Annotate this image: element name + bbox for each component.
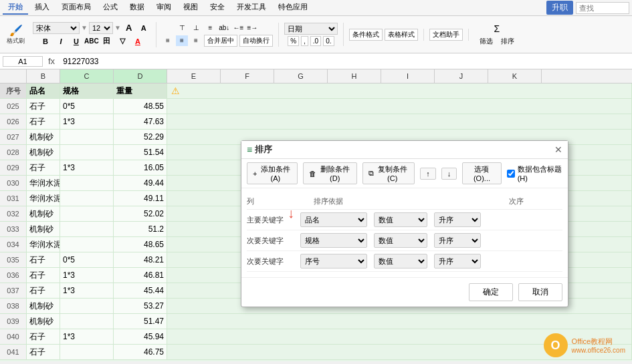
tab-view[interactable]: 视图 <box>178 1 203 15</box>
tab-data[interactable]: 数据 <box>124 1 150 15</box>
col-header-g[interactable]: G <box>274 69 328 83</box>
cell-c[interactable]: 1*3 <box>60 160 114 175</box>
sort-dialog-close-btn[interactable]: ✕ <box>554 144 562 155</box>
formula-input[interactable] <box>60 56 629 67</box>
col-header-j[interactable]: J <box>435 69 488 83</box>
cell-b[interactable]: 石子 <box>27 283 60 298</box>
cell-b[interactable]: 机制砂 <box>27 130 60 144</box>
font-size-select[interactable]: 12 <box>89 22 113 34</box>
cell-c[interactable]: 1*3 <box>60 114 114 129</box>
cell-d[interactable]: 16.05 <box>114 160 167 175</box>
header-checkbox[interactable] <box>507 170 515 178</box>
auto-wrap-btn[interactable]: 自动换行 <box>239 35 273 47</box>
decrease-decimal-btn[interactable]: 0. <box>323 36 334 46</box>
pct-btn[interactable]: % <box>288 36 299 46</box>
cell-d[interactable]: 46.75 <box>114 345 167 359</box>
align-top-btn[interactable]: ⊤ <box>176 23 188 33</box>
comma-btn[interactable]: , <box>301 36 308 46</box>
cell-d[interactable]: 47.63 <box>114 114 167 129</box>
cell-b[interactable]: 机制砂 <box>27 206 60 221</box>
cell-b[interactable]: 华润水泥 <box>27 237 60 252</box>
cell-b[interactable]: 机制砂 <box>27 145 60 160</box>
cond-format-btn[interactable]: 条件格式 <box>349 29 383 41</box>
font-name-select[interactable]: 宋体 <box>33 22 80 34</box>
cell-d[interactable]: 52.29 <box>114 130 167 144</box>
dialog-ok-btn[interactable]: 确定 <box>469 283 513 301</box>
sort-dialog[interactable]: ≡ 排序 ✕ + 添加条件(A) 🗑 删除条件(D) ⧉ 复制条件(C) ↑ ↓… <box>241 140 568 307</box>
italic-btn[interactable]: I <box>54 35 68 47</box>
tab-special[interactable]: 特色应用 <box>273 1 313 15</box>
number-format-select[interactable]: 日期 <box>284 23 338 35</box>
sort-row-2-order-select[interactable]: 升序 <box>434 254 481 268</box>
cell-b[interactable]: 机制砂 <box>27 299 60 313</box>
align-right-btn[interactable]: ≡ <box>190 35 202 46</box>
cell-c[interactable] <box>60 176 114 190</box>
table-style-btn[interactable]: 表格样式 <box>385 29 418 41</box>
sort-row-2-col-select[interactable]: 序号 <box>300 254 367 268</box>
search-input[interactable] <box>576 2 629 14</box>
copy-condition-btn[interactable]: ⧉ 复制条件(C) <box>362 162 415 184</box>
increase-font-btn[interactable]: A <box>122 22 136 34</box>
cell-b[interactable]: 机制砂 <box>27 222 60 236</box>
strikethrough-btn[interactable]: ABC <box>85 35 98 47</box>
col-header-i[interactable]: I <box>381 69 435 83</box>
tab-formula[interactable]: 公式 <box>98 1 123 15</box>
indent-increase-btn[interactable]: ≡→ <box>246 23 258 33</box>
tab-insert[interactable]: 插入 <box>29 1 55 15</box>
cell-ref-input[interactable] <box>3 56 43 67</box>
sort-row-1-basis-select[interactable]: 数值 <box>374 233 427 248</box>
cell-c[interactable] <box>60 299 114 313</box>
col-header-f[interactable]: F <box>221 69 274 83</box>
sort-row-0-basis-select[interactable]: 数值 <box>374 212 427 227</box>
cell-c[interactable]: 1*3 <box>60 329 114 344</box>
filter-btn[interactable]: 筛选 <box>477 36 496 47</box>
font-color-btn[interactable]: A <box>131 35 144 47</box>
fill-btn[interactable]: ▽ <box>116 35 129 47</box>
cell-d[interactable]: 49.44 <box>114 176 167 190</box>
indent-decrease-btn[interactable]: ←≡ <box>232 23 244 33</box>
cell-d[interactable]: 49.11 <box>114 191 167 206</box>
cell-b[interactable]: 华润水泥 <box>27 176 60 190</box>
cell-b[interactable]: 石子 <box>27 252 60 267</box>
col-header-c[interactable]: C <box>60 69 114 83</box>
col-header-k[interactable]: K <box>488 69 542 83</box>
col-header-h[interactable]: H <box>328 69 381 83</box>
sort-row-2-basis-select[interactable]: 数值 <box>374 254 427 268</box>
sort-row-0-col-select[interactable]: 品名 <box>300 212 367 227</box>
bold-btn[interactable]: B <box>39 35 52 47</box>
cell-c[interactable] <box>60 314 114 329</box>
tab-review[interactable]: 审阅 <box>151 1 177 15</box>
tab-dev[interactable]: 开发工具 <box>231 1 272 15</box>
options-btn[interactable]: 选项(O)... <box>462 162 501 184</box>
col-header-e[interactable]: E <box>167 69 221 83</box>
decrease-font-btn[interactable]: A <box>137 22 150 34</box>
cell-b[interactable]: 石子 <box>27 345 60 359</box>
align-left-btn[interactable]: ≡ <box>162 35 174 46</box>
align-bottom-btn[interactable]: ≡ <box>204 23 216 33</box>
col-header-d[interactable]: D <box>114 69 167 83</box>
cell-b[interactable]: 华润水泥 <box>27 191 60 206</box>
cell-d[interactable]: 51.47 <box>114 314 167 329</box>
col-header-b[interactable]: B <box>27 69 60 83</box>
text-assist-btn[interactable]: 文档助手 <box>429 29 463 41</box>
text-orient-btn[interactable]: ab↓ <box>218 23 230 33</box>
up-btn[interactable]: ↑ <box>420 168 436 180</box>
cell-d[interactable]: 51.54 <box>114 145 167 160</box>
cell-c[interactable]: 0*5 <box>60 99 114 114</box>
underline-btn[interactable]: U <box>70 35 83 47</box>
cell-c[interactable] <box>60 345 114 359</box>
cell-d[interactable]: 45.94 <box>114 329 167 344</box>
align-center-btn[interactable]: ≡ <box>176 35 188 46</box>
sum-btn[interactable]: Σ <box>477 23 517 35</box>
cell-c[interactable] <box>60 191 114 206</box>
cell-b[interactable]: 石子 <box>27 268 60 283</box>
sort-row-1-order-select[interactable]: 升序 <box>434 233 481 248</box>
cell-c[interactable]: 0*5 <box>60 252 114 267</box>
format-brush-button[interactable]: 🖌️ 格式刷 <box>4 23 27 47</box>
sort-row-0-order-select[interactable]: 升序 <box>434 212 481 227</box>
cell-c[interactable]: 1*3 <box>60 268 114 283</box>
increase-decimal-btn[interactable]: .0 <box>310 36 321 46</box>
border-btn[interactable]: 田 <box>100 35 114 47</box>
upgrade-button[interactable]: 升职 <box>546 1 573 15</box>
down-btn[interactable]: ↓ <box>441 168 457 180</box>
